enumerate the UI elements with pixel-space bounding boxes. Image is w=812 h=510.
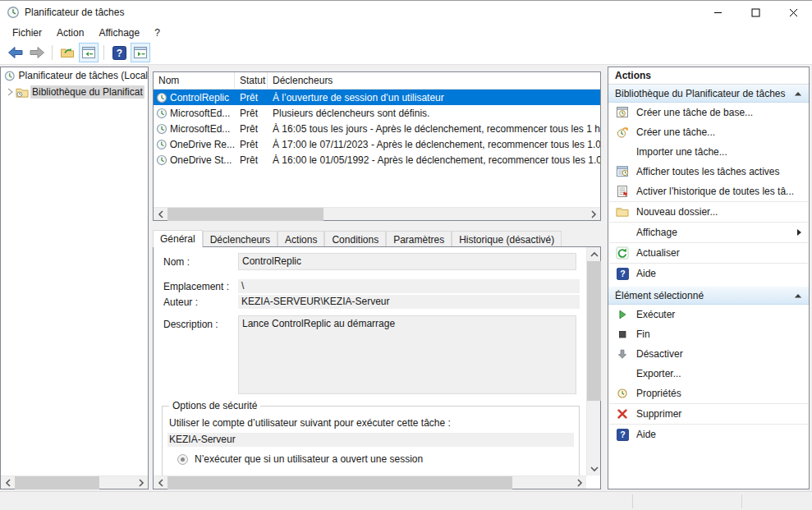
action-enable-history[interactable]: Activer l’historique de toutes les tâ... bbox=[608, 181, 809, 201]
menu-fichier[interactable]: Fichier bbox=[5, 25, 49, 40]
scroll-right-arrow[interactable] bbox=[586, 208, 600, 221]
action-import-task[interactable]: Importer une tâche... bbox=[608, 142, 809, 162]
tab-parametres[interactable]: Paramètres bbox=[386, 231, 452, 247]
action-affichage[interactable]: Affichage bbox=[608, 223, 809, 242]
action-refresh[interactable]: Actualiser bbox=[608, 243, 809, 263]
task-row-onedrive-standalone[interactable]: OneDrive St... Prêt À 16:00 le 01/05/199… bbox=[154, 152, 600, 168]
action-create-basic-task[interactable]: Créer une tâche de base... bbox=[608, 103, 809, 122]
workspace: Planificateur de tâches (Local Bibliothè… bbox=[0, 65, 812, 491]
tree-library-label: Bibliothèque du Planificat bbox=[30, 85, 145, 99]
tab-declencheurs[interactable]: Déclencheurs bbox=[203, 231, 278, 247]
action-help-selected[interactable]: ? Aide bbox=[608, 425, 809, 444]
tree-expander[interactable] bbox=[4, 87, 16, 97]
chevron-right-icon bbox=[7, 87, 14, 97]
scroll-down-arrow[interactable] bbox=[587, 462, 601, 476]
toggle-action-pane-button[interactable] bbox=[131, 43, 150, 62]
tab-actions[interactable]: Actions bbox=[278, 231, 324, 247]
menu-action[interactable]: Action bbox=[49, 25, 91, 40]
svg-text:?: ? bbox=[116, 48, 122, 59]
column-header-statut[interactable]: Statut bbox=[235, 72, 268, 89]
task-details-section: Général Déclencheurs Actions Conditions … bbox=[153, 230, 601, 489]
window-title: Planificateur de tâches bbox=[25, 7, 124, 18]
action-export[interactable]: Exporter... bbox=[608, 364, 809, 384]
radio-label: N’exécuter que si un utilisateur a ouver… bbox=[195, 453, 423, 465]
scroll-thumb[interactable] bbox=[167, 208, 323, 221]
scroll-up-arrow[interactable] bbox=[587, 247, 601, 261]
column-header-declencheurs[interactable]: Déclencheurs bbox=[268, 72, 600, 89]
tree-horizontal-scrollbar[interactable] bbox=[1, 476, 148, 489]
details-vertical-scrollbar[interactable] bbox=[586, 247, 600, 476]
action-end[interactable]: Fin bbox=[608, 324, 809, 344]
toggle-console-tree-button[interactable] bbox=[79, 43, 99, 62]
tree-item-library[interactable]: Bibliothèque du Planificat bbox=[1, 84, 148, 100]
task-row-onedrive-reporting[interactable]: OneDrive Re... Prêt À 17:00 le 07/11/202… bbox=[154, 136, 600, 152]
disable-icon bbox=[617, 348, 628, 360]
scroll-right-arrow[interactable] bbox=[572, 476, 586, 489]
create-basic-task-icon bbox=[616, 106, 629, 119]
scroll-thumb[interactable] bbox=[167, 476, 512, 489]
menu-affichage[interactable]: Affichage bbox=[91, 25, 147, 40]
tree-item-root[interactable]: Planificateur de tâches (Local bbox=[1, 67, 148, 84]
details-horizontal-scrollbar[interactable] bbox=[154, 476, 586, 489]
action-properties[interactable]: Propriétés bbox=[608, 384, 809, 403]
action-pane-icon bbox=[133, 46, 148, 59]
action-show-active-tasks[interactable]: Afficher toutes les tâches actives bbox=[608, 162, 809, 181]
task-row-microsoftedge-2[interactable]: MicrosoftEd... Prêt À 16:05 tous les jou… bbox=[154, 121, 600, 136]
task-library-folder-icon bbox=[16, 86, 29, 99]
radio-selected-disabled-icon[interactable] bbox=[177, 454, 188, 465]
action-create-task[interactable]: Créer une tâche... bbox=[608, 122, 809, 142]
group-header-library[interactable]: Bibliothèque du Planificateur de tâches bbox=[608, 85, 809, 103]
help-icon: ? bbox=[617, 268, 629, 280]
scroll-right-arrow[interactable] bbox=[134, 476, 148, 489]
action-label: Créer une tâche... bbox=[636, 126, 809, 138]
tab-general[interactable]: Général bbox=[153, 230, 203, 247]
task-row-controlreplic[interactable]: ControlReplic Prêt À l’ouverture de sess… bbox=[154, 90, 600, 105]
help-button[interactable]: ? bbox=[109, 43, 129, 62]
column-header-nom[interactable]: Nom bbox=[154, 72, 235, 89]
action-help-library[interactable]: ? Aide bbox=[608, 264, 809, 283]
description-field[interactable]: Lance ControlReplic au démarrage bbox=[238, 315, 576, 394]
delete-icon bbox=[617, 408, 628, 420]
tab-conditions[interactable]: Conditions bbox=[324, 231, 386, 247]
status-separator bbox=[741, 494, 742, 508]
chevron-left-icon bbox=[5, 479, 11, 487]
auteur-label: Auteur : bbox=[163, 296, 198, 308]
action-new-folder[interactable]: Nouveau dossier... bbox=[608, 202, 809, 222]
account-caption: Utiliser le compte d’utilisateur suivant… bbox=[169, 417, 574, 429]
create-task-icon bbox=[616, 126, 629, 139]
scroll-thumb[interactable] bbox=[587, 261, 601, 401]
task-list-horizontal-scrollbar[interactable] bbox=[154, 207, 600, 220]
collapse-arrow-icon bbox=[794, 292, 802, 299]
group-header-selected-item[interactable]: Élément sélectionné bbox=[608, 287, 809, 305]
task-name: OneDrive Re... bbox=[170, 139, 235, 150]
task-row-microsoftedge-1[interactable]: MicrosoftEd... Prêt Plusieurs déclencheu… bbox=[154, 105, 600, 121]
scroll-left-arrow[interactable] bbox=[154, 476, 167, 489]
enable-history-icon bbox=[616, 185, 629, 198]
action-label: Fin bbox=[636, 329, 809, 340]
action-run[interactable]: Exécuter bbox=[608, 305, 809, 324]
menu-help[interactable]: ? bbox=[147, 25, 167, 40]
scroll-thumb[interactable] bbox=[15, 476, 99, 489]
status-bar bbox=[0, 491, 812, 510]
maximize-button[interactable] bbox=[736, 1, 774, 24]
up-level-button[interactable] bbox=[57, 43, 77, 62]
scroll-left-arrow[interactable] bbox=[1, 476, 15, 489]
back-button[interactable] bbox=[6, 43, 25, 62]
minimize-button[interactable] bbox=[699, 1, 736, 24]
tab-historique[interactable]: Historique (désactivé) bbox=[452, 231, 562, 247]
actions-pane-title: Actions bbox=[608, 67, 809, 85]
console-tree-icon bbox=[81, 46, 96, 59]
toolbar-separator bbox=[103, 45, 104, 60]
action-label: Affichage bbox=[636, 227, 796, 238]
action-disable[interactable]: Désactiver bbox=[608, 344, 809, 364]
close-button[interactable] bbox=[774, 1, 812, 24]
run-icon bbox=[617, 309, 628, 320]
task-list-pane: Nom Statut Déclencheurs ControlReplic Pr… bbox=[153, 71, 601, 221]
forward-button[interactable] bbox=[27, 43, 47, 62]
run-only-logged-on-option[interactable]: N’exécuter que si un utilisateur a ouver… bbox=[177, 453, 574, 465]
nom-field[interactable]: ControlReplic bbox=[238, 253, 576, 270]
scroll-left-arrow[interactable] bbox=[154, 208, 167, 221]
collapse-arrow-icon bbox=[794, 90, 802, 97]
task-status: Prêt bbox=[235, 139, 268, 150]
action-delete[interactable]: Supprimer bbox=[608, 404, 809, 424]
